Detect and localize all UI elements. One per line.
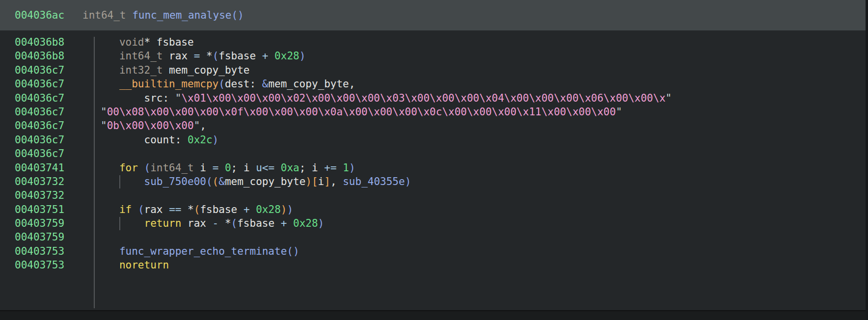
- line-address[interactable]: 004036c7: [0, 63, 94, 77]
- code-token: 0x28: [256, 204, 281, 215]
- code-line[interactable]: for (int64_t i = 0; i u<= 0xa; i += 1): [94, 161, 355, 175]
- code-token: ": [194, 120, 200, 132]
- code-line[interactable]: [94, 188, 101, 202]
- symbol-token[interactable]: func_wrapper_echo_terminate: [119, 245, 287, 257]
- code-line[interactable]: "0b\x00\x00\x00",: [94, 119, 206, 133]
- code-line[interactable]: sub_750e00((&mem_copy_byte)[i], sub_4035…: [94, 175, 411, 188]
- code-line[interactable]: src: "\x01\x00\x00\x00\x02\x00\x00\x00\x…: [94, 91, 672, 105]
- code-token: (: [218, 78, 225, 90]
- code-token: src:: [144, 92, 175, 104]
- code-token: [287, 217, 293, 229]
- function-address[interactable]: 004036ac: [0, 9, 82, 21]
- code-token: mem_copy_byte,: [268, 78, 355, 90]
- code-token: ): [287, 204, 293, 215]
- code-token: ,: [330, 176, 343, 187]
- code-token: u<=: [256, 162, 274, 174]
- code-token: -: [213, 217, 219, 229]
- line-address[interactable]: 00403759: [0, 216, 94, 230]
- symbol-token[interactable]: sub_750e00: [144, 176, 206, 187]
- listing-row[interactable]: 00403753 noreturn: [0, 258, 864, 272]
- line-address[interactable]: 00403751: [0, 203, 94, 216]
- code-line[interactable]: if (rax == *(fsbase + 0x28)): [94, 203, 293, 216]
- line-address[interactable]: 00403759: [0, 230, 94, 244]
- code-line[interactable]: [94, 230, 101, 244]
- code-token: fsbase: [218, 50, 262, 62]
- code-token: mem_copy_byte: [225, 176, 305, 187]
- code-token: (: [194, 204, 200, 215]
- indent-guide-line: [119, 175, 120, 188]
- code-token: *: [181, 204, 193, 215]
- line-address[interactable]: 004036b8: [0, 35, 94, 49]
- listing-row[interactable]: 004036c7 count: 0x2c): [0, 133, 864, 147]
- code-token: fsbase: [200, 204, 244, 215]
- decompiler-view: 004036acint64_t func_mem_analyse() 00403…: [0, 0, 868, 320]
- listing-row[interactable]: 004036b8 void* fsbase: [0, 35, 864, 49]
- code-token: rax: [163, 50, 193, 62]
- line-address[interactable]: 00403732: [0, 175, 94, 188]
- line-address[interactable]: 004036c7: [0, 147, 94, 160]
- line-address[interactable]: 004036c7: [0, 105, 94, 119]
- line-address[interactable]: 004036c7: [0, 77, 94, 91]
- listing-row[interactable]: 004036c7 __builtin_memcpy(dest: &mem_cop…: [0, 77, 864, 91]
- code-line[interactable]: func_wrapper_echo_terminate(): [94, 244, 299, 258]
- listing-row[interactable]: 004036b8 int64_t rax = *(fsbase + 0x28): [0, 49, 864, 63]
- code-line[interactable]: return rax - *(fsbase + 0x28): [94, 216, 324, 230]
- code-token: [250, 204, 256, 215]
- code-token: ; i: [299, 162, 325, 174]
- listing-row[interactable]: 00403751 if (rax == *(fsbase + 0x28)): [0, 203, 864, 216]
- code-token: (: [138, 204, 144, 215]
- code-token: ): [318, 217, 325, 229]
- function-return-type: int64_t: [82, 9, 132, 21]
- line-address[interactable]: 004036c7: [0, 119, 94, 133]
- code-token: ==: [169, 204, 181, 215]
- pane-right-edge[interactable]: [866, 0, 868, 320]
- listing-row[interactable]: 00403732: [0, 188, 864, 202]
- code-line[interactable]: void* fsbase: [94, 35, 194, 49]
- code-line[interactable]: int32_t mem_copy_byte: [94, 63, 249, 77]
- code-token: noreturn: [119, 259, 169, 271]
- line-address[interactable]: 00403741: [0, 161, 94, 175]
- code-token: ): [405, 176, 411, 187]
- code-token: void: [119, 36, 144, 48]
- code-token: ": [175, 92, 182, 104]
- code-line[interactable]: count: 0x2c): [94, 133, 218, 147]
- code-token: ): [213, 134, 219, 146]
- code-token: ; i: [231, 162, 256, 174]
- code-token: +=: [324, 162, 336, 174]
- listing-row[interactable]: 004036c7"0b\x00\x00\x00",: [0, 119, 864, 133]
- symbol-token[interactable]: sub_40355e: [343, 176, 405, 187]
- code-token: i: [194, 162, 213, 174]
- code-token: int64_t: [150, 162, 194, 174]
- code-token: * fsbase: [144, 36, 194, 48]
- code-token: rax: [181, 217, 212, 229]
- listing-row[interactable]: 004036c7 int32_t mem_copy_byte: [0, 63, 864, 77]
- function-header[interactable]: 004036acint64_t func_mem_analyse(): [0, 0, 866, 30]
- line-address[interactable]: 004036b8: [0, 49, 94, 63]
- line-address[interactable]: 00403753: [0, 244, 94, 258]
- line-address[interactable]: 004036c7: [0, 91, 94, 105]
- code-token: ]: [324, 176, 330, 187]
- listing-row[interactable]: 00403741 for (int64_t i = 0; i u<= 0xa; …: [0, 161, 864, 175]
- code-line[interactable]: [94, 147, 101, 160]
- listing-row[interactable]: 004036c7: [0, 147, 864, 160]
- listing-row[interactable]: 00403759 return rax - *(fsbase + 0x28): [0, 216, 864, 230]
- listing-row[interactable]: 00403753 func_wrapper_echo_terminate(): [0, 244, 864, 258]
- code-line[interactable]: __builtin_memcpy(dest: &mem_copy_byte,: [94, 77, 355, 91]
- listing-row[interactable]: 004036c7"00\x08\x00\x00\x00\x0f\x00\x00\…: [0, 105, 864, 119]
- code-token: for: [119, 162, 138, 174]
- code-token: count:: [144, 134, 188, 146]
- listing-row[interactable]: 00403759: [0, 230, 864, 244]
- line-address[interactable]: 00403732: [0, 188, 94, 202]
- code-token: ": [616, 106, 622, 118]
- listing-row[interactable]: 004036c7 src: "\x01\x00\x00\x00\x02\x00\…: [0, 91, 864, 105]
- listing-row[interactable]: 00403732 sub_750e00((&mem_copy_byte)[i],…: [0, 175, 864, 188]
- line-address[interactable]: 00403753: [0, 258, 94, 272]
- line-address[interactable]: 004036c7: [0, 133, 94, 147]
- code-token: 0xa: [281, 162, 299, 174]
- code-line[interactable]: "00\x08\x00\x00\x00\x0f\x00\x00\x00\x0a\…: [94, 105, 622, 119]
- code-token: 0x28: [274, 50, 299, 62]
- code-line[interactable]: noreturn: [94, 258, 169, 272]
- code-token: 1: [343, 162, 349, 174]
- code-line[interactable]: int64_t rax = *(fsbase + 0x28): [94, 49, 305, 63]
- function-name[interactable]: func_mem_analyse: [132, 9, 231, 21]
